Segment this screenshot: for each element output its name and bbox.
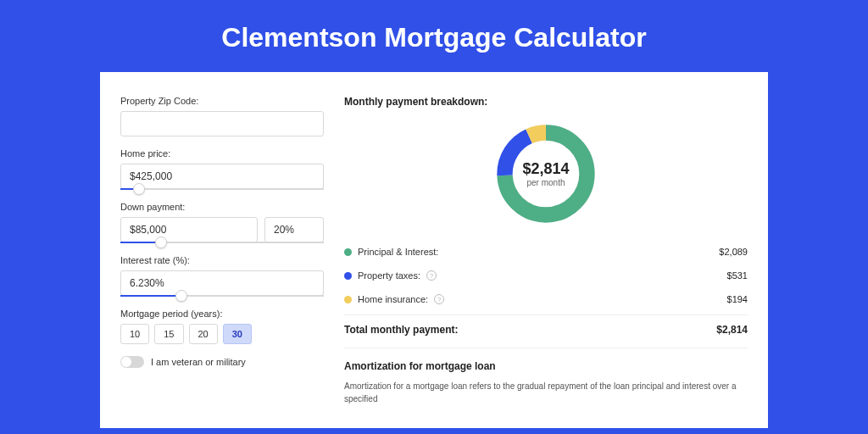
legend-dot: [344, 248, 352, 256]
down-payment-slider[interactable]: [120, 242, 324, 243]
amortization-title: Amortization for mortgage loan: [344, 360, 748, 372]
legend-dot: [344, 296, 352, 303]
total-label: Total monthly payment:: [344, 324, 458, 336]
legend-label: Principal & Interest:: [358, 247, 438, 257]
legend-row: Home insurance:?$194: [344, 287, 748, 311]
down-payment-label: Down payment:: [120, 202, 324, 212]
period-button-15[interactable]: 15: [154, 324, 183, 344]
veteran-row: I am veteran or military: [120, 356, 324, 368]
donut-amount: $2,814: [522, 160, 569, 178]
home-price-field: Home price:: [120, 148, 324, 190]
breakdown-column: Monthly payment breakdown: $2,814 per mo…: [344, 96, 748, 428]
legend: Principal & Interest:$2,089Property taxe…: [344, 240, 748, 311]
period-label: Mortgage period (years):: [120, 309, 324, 319]
zip-input[interactable]: [120, 111, 324, 136]
info-icon[interactable]: ?: [434, 294, 444, 304]
form-column: Property Zip Code: Home price: Down paym…: [120, 96, 324, 428]
interest-rate-input[interactable]: [120, 270, 324, 296]
legend-value: $531: [727, 270, 748, 281]
down-payment-pct-input[interactable]: [264, 217, 324, 242]
down-payment-input[interactable]: [120, 217, 258, 242]
period-button-20[interactable]: 20: [189, 324, 218, 344]
legend-label: Property taxes:: [358, 270, 420, 281]
legend-label: Home insurance:: [358, 294, 428, 304]
legend-dot: [344, 272, 352, 280]
legend-row: Property taxes:?$531: [344, 264, 748, 287]
legend-row: Principal & Interest:$2,089: [344, 240, 748, 264]
slider-thumb[interactable]: [133, 183, 145, 195]
period-field: Mortgage period (years): 10152030: [120, 309, 324, 344]
info-icon[interactable]: ?: [426, 270, 437, 281]
interest-rate-field: Interest rate (%):: [120, 255, 324, 297]
legend-value: $194: [727, 294, 748, 304]
home-price-label: Home price:: [120, 148, 324, 159]
zip-field: Property Zip Code:: [120, 96, 324, 136]
total-row: Total monthly payment: $2,814: [344, 314, 748, 348]
zip-label: Property Zip Code:: [120, 96, 324, 106]
donut-sub: per month: [526, 178, 565, 187]
slider-thumb[interactable]: [175, 290, 187, 302]
donut-chart-wrap: $2,814 per month: [344, 116, 748, 240]
home-price-input[interactable]: [120, 164, 324, 189]
amortization-block: Amortization for mortgage loan Amortizat…: [344, 348, 748, 405]
calculator-card: Property Zip Code: Home price: Down paym…: [100, 72, 768, 428]
period-button-30[interactable]: 30: [223, 324, 252, 344]
donut-chart: $2,814 per month: [492, 120, 600, 228]
down-payment-field: Down payment:: [120, 202, 324, 243]
interest-rate-slider[interactable]: [120, 295, 324, 297]
interest-rate-label: Interest rate (%):: [120, 255, 324, 265]
veteran-toggle[interactable]: [120, 356, 144, 368]
legend-value: $2,089: [719, 247, 748, 257]
home-price-slider[interactable]: [120, 188, 324, 190]
slider-thumb[interactable]: [155, 236, 167, 248]
amortization-text: Amortization for a mortgage loan refers …: [344, 381, 748, 405]
page-title: Clementson Mortgage Calculator: [0, 0, 868, 72]
period-button-10[interactable]: 10: [120, 324, 149, 344]
total-value: $2,814: [716, 324, 748, 336]
breakdown-title: Monthly payment breakdown:: [344, 96, 748, 108]
veteran-label: I am veteran or military: [151, 357, 246, 367]
